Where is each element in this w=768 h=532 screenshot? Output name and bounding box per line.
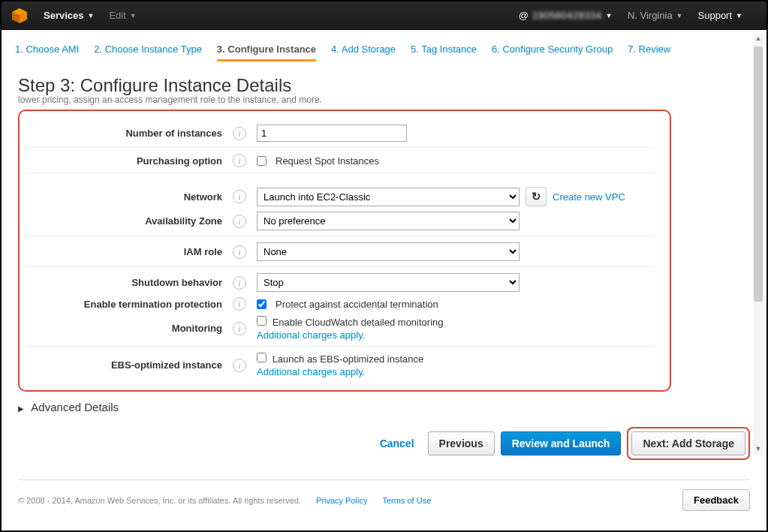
info-icon[interactable]: i <box>233 359 246 372</box>
info-icon[interactable]: i <box>233 154 246 167</box>
info-icon[interactable]: i <box>233 276 246 290</box>
request-spot-checkbox[interactable] <box>257 156 267 166</box>
wizard-step-label: 3. Configure Instance <box>217 44 316 62</box>
row-number-of-instances: Number of instances i <box>27 119 655 147</box>
label: Number of instances <box>27 128 222 139</box>
network-select[interactable]: Launch into EC2-Classic <box>257 188 520 206</box>
account-id: 190580428334 <box>532 10 602 21</box>
region-label: N. Virginia <box>628 10 673 21</box>
wizard-step-2[interactable]: 2. Choose Instance Type <box>94 44 202 62</box>
wizard-step-4[interactable]: 4. Add Storage <box>331 44 396 62</box>
info-icon[interactable]: i <box>233 127 246 140</box>
privacy-link[interactable]: Privacy Policy <box>316 496 367 505</box>
cancel-button[interactable]: Cancel <box>372 432 422 455</box>
form-annotation-box: Number of instances i Purchasing option … <box>18 110 671 392</box>
row-purchasing-option: Purchasing option i Request Spot Instanc… <box>27 147 655 173</box>
monitoring-label: Enable CloudWatch detailed monitoring <box>273 317 444 328</box>
shutdown-select[interactable]: Stop <box>257 273 520 292</box>
label: EBS-optimized instance <box>27 359 222 371</box>
advanced-details-toggle[interactable]: ▶ Advanced Details <box>2 392 766 419</box>
label: Monitoring <box>27 323 222 334</box>
row-ebs-optimized: EBS-optimized instance i Launch as EBS-o… <box>27 346 655 383</box>
support-menu[interactable]: Support ▼ <box>698 10 742 21</box>
wizard-step-label: 7. Review <box>628 44 670 59</box>
row-iam-role: IAM role i None <box>27 236 655 266</box>
page-title: Step 3: Configure Instance Details <box>18 75 750 96</box>
copyright-text: © 2008 - 2014, Amazon Web Services, Inc.… <box>18 496 301 505</box>
page-body: Step 3: Configure Instance Details lower… <box>2 62 766 392</box>
refresh-button[interactable]: ↻ <box>526 187 547 206</box>
info-icon[interactable]: i <box>233 190 246 203</box>
monitoring-charges-link[interactable]: Additional charges apply. <box>257 329 365 341</box>
wizard-step-label: 6. Configure Security Group <box>492 44 613 59</box>
label: Network <box>27 191 222 203</box>
caret-down-icon: ▼ <box>605 12 612 20</box>
termination-protection-label: Protect against accidental termination <box>276 299 438 310</box>
monitoring-checkbox[interactable] <box>257 316 267 326</box>
row-network: Network i Launch into EC2-Classic ↻ Crea… <box>27 173 655 212</box>
wizard-step-6[interactable]: 6. Configure Security Group <box>492 44 613 62</box>
review-and-launch-button[interactable]: Review and Launch <box>501 431 622 455</box>
terms-link[interactable]: Terms of Use <box>382 496 431 505</box>
row-termination-protection: Enable termination protection i Protect … <box>27 297 655 316</box>
topbar: Services ▼ Edit ▼ @ 190580428334 ▼ N. Vi… <box>2 2 766 30</box>
wizard-step-label: 4. Add Storage <box>331 44 396 59</box>
info-icon[interactable]: i <box>233 215 246 228</box>
iam-role-select[interactable]: None <box>257 242 520 261</box>
number-of-instances-input[interactable] <box>257 125 407 142</box>
caret-down-icon: ▼ <box>676 12 683 20</box>
info-icon[interactable]: i <box>233 322 246 335</box>
availability-zone-select[interactable]: No preference <box>257 212 520 230</box>
footer-buttons: Cancel Previous Review and Launch Next: … <box>2 419 766 469</box>
wizard-step-label: 2. Choose Instance Type <box>94 44 202 59</box>
wizard-nav: 1. Choose AMI 2. Choose Instance Type 3.… <box>2 30 766 62</box>
ebs-charges-link[interactable]: Additional charges apply. <box>257 366 365 377</box>
caret-down-icon: ▼ <box>88 12 95 20</box>
ebs-optimized-label: Launch as EBS-optimized instance <box>273 353 424 365</box>
next-button-annotation: Next: Add Storage <box>627 427 750 460</box>
services-label: Services <box>44 10 84 21</box>
request-spot-label: Request Spot Instances <box>276 155 379 167</box>
row-monitoring: Monitoring i Enable CloudWatch detailed … <box>27 316 655 346</box>
aws-cube-icon <box>11 7 29 25</box>
wizard-step-7[interactable]: 7. Review <box>628 44 670 62</box>
previous-button[interactable]: Previous <box>428 431 495 455</box>
wizard-step-1[interactable]: 1. Choose AMI <box>15 44 79 62</box>
next-add-storage-button[interactable]: Next: Add Storage <box>631 431 745 455</box>
legal-footer: © 2008 - 2014, Amazon Web Services, Inc.… <box>18 479 750 511</box>
account-menu[interactable]: @ 190580428334 ▼ <box>519 10 613 21</box>
edit-menu[interactable]: Edit ▼ <box>109 10 136 21</box>
wizard-step-5[interactable]: 5. Tag Instance <box>411 44 477 62</box>
label: IAM role <box>27 246 222 257</box>
advanced-details-label: Advanced Details <box>31 401 119 413</box>
ebs-optimized-checkbox[interactable] <box>257 353 267 362</box>
create-vpc-link[interactable]: Create new VPC <box>553 191 625 203</box>
refresh-icon: ↻ <box>532 190 541 203</box>
services-menu[interactable]: Services ▼ <box>44 10 94 21</box>
scroll-down-icon[interactable]: ▼ <box>754 445 763 454</box>
caret-down-icon: ▼ <box>736 12 742 20</box>
page-subtitle: lower pricing, assign an access manageme… <box>18 95 750 105</box>
termination-protection-checkbox[interactable] <box>257 299 267 309</box>
support-label: Support <box>698 10 733 21</box>
scroll-up-icon[interactable]: ▲ <box>754 35 763 44</box>
label: Shutdown behavior <box>27 277 222 288</box>
info-icon[interactable]: i <box>233 245 246 259</box>
edit-label: Edit <box>109 10 125 21</box>
caret-down-icon: ▼ <box>130 12 137 20</box>
expand-icon: ▶ <box>18 404 24 413</box>
row-availability-zone: Availability Zone i No preference <box>27 212 655 236</box>
account-prefix: @ <box>519 10 529 21</box>
label: Purchasing option <box>27 155 222 167</box>
feedback-button[interactable]: Feedback <box>682 489 750 511</box>
region-menu[interactable]: N. Virginia ▼ <box>628 10 683 21</box>
wizard-step-label: 1. Choose AMI <box>15 44 79 59</box>
label: Availability Zone <box>27 215 222 227</box>
wizard-step-3[interactable]: 3. Configure Instance <box>217 44 316 62</box>
info-icon[interactable]: i <box>233 297 246 311</box>
row-shutdown-behavior: Shutdown behavior i Stop <box>27 266 655 297</box>
label: Enable termination protection <box>27 299 222 310</box>
wizard-step-label: 5. Tag Instance <box>411 44 477 59</box>
